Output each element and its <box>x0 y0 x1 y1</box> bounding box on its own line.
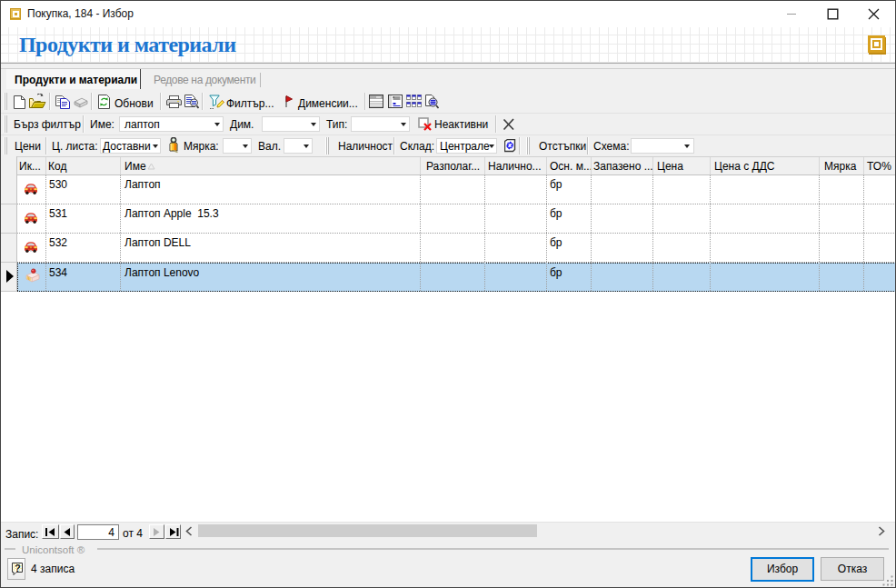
svg-text:?: ? <box>15 563 20 573</box>
